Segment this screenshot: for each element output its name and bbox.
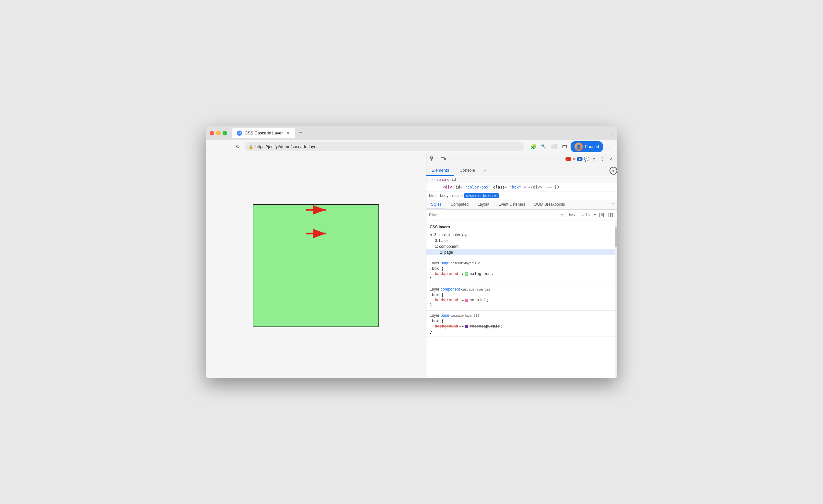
devtools-more-button[interactable]: ⋮	[599, 155, 606, 163]
filter-add-button[interactable]: +	[593, 212, 597, 218]
settings-button[interactable]: ⚙	[590, 155, 598, 163]
nav-right-actions: 🧩 🔧 ⬜ 🗔 👤 Paused ⋮	[529, 141, 613, 152]
svg-rect-13	[611, 213, 613, 217]
forward-button[interactable]: →	[221, 142, 230, 151]
breadcrumb-body[interactable]: body	[440, 193, 449, 198]
style-tab-event-listeners[interactable]: Event Listeners	[494, 200, 530, 209]
dom-main-tag: main	[437, 177, 446, 182]
nav-bar: ← → ↻ 🔒 https://jec.fyi/demo/cascade-lay…	[206, 140, 617, 153]
filter-bar: ⟳ :hov .cls +	[427, 209, 617, 221]
arrow-annotation-2	[306, 227, 332, 240]
rule-close-brace-page: }	[430, 277, 432, 282]
reload-button[interactable]: ↻	[233, 142, 242, 151]
svg-rect-8	[445, 158, 446, 160]
dom-equals: ==	[547, 185, 552, 189]
rule-layer-label-base: Layer	[430, 313, 439, 318]
extensions-button[interactable]: 🧩	[529, 142, 538, 151]
devtools-tabs: Elements Console » ♿	[427, 165, 617, 176]
rule-layer-link-component[interactable]: component	[441, 287, 460, 292]
maximize-window-button[interactable]	[222, 131, 227, 135]
scrollbar-thumb[interactable]	[615, 227, 617, 247]
style-tab-dom-breakpoints[interactable]: DOM Breakpoints	[530, 200, 569, 209]
devtools-tab-right: ♿	[610, 165, 617, 176]
breadcrumb-selected[interactable]: div#color-box.box	[464, 193, 499, 198]
rule-arrow-base[interactable]: ▶	[462, 325, 464, 328]
rule-layer-link-base[interactable]: base	[441, 313, 449, 318]
tab-close-button[interactable]: ×	[286, 131, 291, 136]
menu-button[interactable]: ⋮	[604, 142, 613, 151]
inspect-element-button[interactable]	[429, 155, 437, 163]
layer-child-component[interactable]: 1: component	[430, 243, 614, 249]
main-content: 8 ⊗ 4 💬 ⚙ ⋮ ✕ Elements Console » ♿	[206, 153, 617, 378]
minimize-window-button[interactable]	[216, 131, 221, 135]
style-tab-styles[interactable]: Styles	[427, 200, 446, 209]
color-swatch-base[interactable]	[465, 325, 468, 328]
tab-overflow-button[interactable]: ⌄	[610, 131, 613, 135]
breadcrumb-sep-2: ›	[450, 194, 451, 198]
close-devtools-button[interactable]: ✕	[607, 155, 615, 163]
color-swatch-page[interactable]	[465, 273, 468, 276]
rule-section-page: Layer page cascade-layer:312 .box { back…	[427, 258, 617, 284]
rule-selector-text-page: .box	[430, 267, 441, 271]
rule-open-brace-component: {	[441, 293, 444, 297]
filter-icon: ⟳	[559, 212, 563, 218]
breadcrumb-main[interactable]: main	[452, 193, 460, 198]
devtools-button[interactable]: 🔧	[539, 142, 548, 151]
address-bar[interactable]: 🔒 https://jec.fyi/demo/cascade-layer	[244, 142, 524, 151]
dom-indent: ⠀⠀⠀⠀	[429, 185, 441, 189]
rule-selector-page: .box {	[430, 267, 614, 271]
page-area	[206, 153, 426, 378]
layer-child-2-label: 2: page	[440, 250, 453, 255]
style-tab-computed[interactable]: Computed	[446, 200, 473, 209]
device-toggle-button[interactable]	[439, 155, 447, 163]
layer-child-page[interactable]: 2: page	[427, 249, 617, 255]
close-window-button[interactable]	[210, 131, 214, 135]
rule-prop-text-base: background	[430, 324, 458, 329]
profile-button[interactable]: 🗔	[560, 142, 569, 151]
dom-class-attr: class=	[493, 185, 507, 189]
browser-window: ⚙ CSS Cascade Layer × + ⌄ ← → ↻ 🔒 https:…	[206, 126, 617, 378]
style-tab-layout[interactable]: Layout	[473, 200, 494, 209]
rule-layer-label-component: Layer	[430, 287, 439, 292]
filter-hov-button[interactable]: :hov	[565, 212, 578, 218]
filter-layout-button[interactable]	[607, 211, 615, 219]
paused-button[interactable]: 👤 Paused	[570, 141, 603, 152]
cast-button[interactable]: ⬜	[550, 142, 559, 151]
rule-semicolon-component: ;	[487, 298, 489, 303]
devtools-toolbar: 8 ⊗ 4 💬 ⚙ ⋮ ✕	[427, 153, 617, 165]
tab-more-button[interactable]: »	[480, 165, 489, 176]
rule-layer-header-component: Layer component cascade-layer:322	[430, 287, 614, 292]
new-tab-button[interactable]: +	[297, 129, 306, 138]
rule-value-page: palegreen	[470, 272, 491, 276]
rule-colon-component: :	[459, 298, 461, 303]
rule-close-page: }	[430, 277, 614, 282]
rule-arrow-component[interactable]: ▶	[462, 298, 464, 302]
layer-parent[interactable]: ▼ 3: implicit outer layer	[430, 232, 614, 238]
tab-elements[interactable]: Elements	[427, 165, 454, 176]
rule-layer-link-page[interactable]: page	[441, 261, 449, 265]
rule-prop-line-page: background : ▶ palegreen ;	[430, 272, 614, 276]
breadcrumb-nav: html › body › main › div#color-box.box	[427, 191, 617, 200]
filter-style-button[interactable]	[598, 211, 606, 219]
user-avatar: 👤	[574, 143, 583, 151]
dom-header: ··· main grid	[427, 176, 617, 183]
rule-semicolon-page: ;	[491, 272, 493, 276]
style-tabs: Styles Computed Layout Event Listeners D…	[427, 200, 617, 209]
title-bar: ⚙ CSS Cascade Layer × + ⌄	[206, 126, 617, 140]
svg-rect-7	[441, 157, 444, 160]
traffic-lights	[210, 131, 227, 135]
filter-input[interactable]	[429, 213, 557, 217]
layer-child-base[interactable]: 0: base	[430, 238, 614, 243]
back-button[interactable]: ←	[210, 142, 219, 151]
color-swatch-component[interactable]	[465, 299, 468, 302]
browser-tab[interactable]: ⚙ CSS Cascade Layer ×	[232, 128, 295, 138]
style-tab-more[interactable]: »	[610, 200, 617, 209]
tab-console[interactable]: Console	[454, 165, 480, 176]
filter-cls-button[interactable]: .cls	[579, 212, 592, 218]
error-icon: ⊗	[572, 156, 575, 162]
breadcrumb-html[interactable]: html	[429, 193, 437, 198]
breadcrumb-sep-1: ›	[438, 194, 439, 198]
rule-arrow-page[interactable]: ▶	[462, 272, 464, 276]
color-box	[253, 204, 379, 327]
accessibility-icon[interactable]: ♿	[610, 167, 617, 175]
